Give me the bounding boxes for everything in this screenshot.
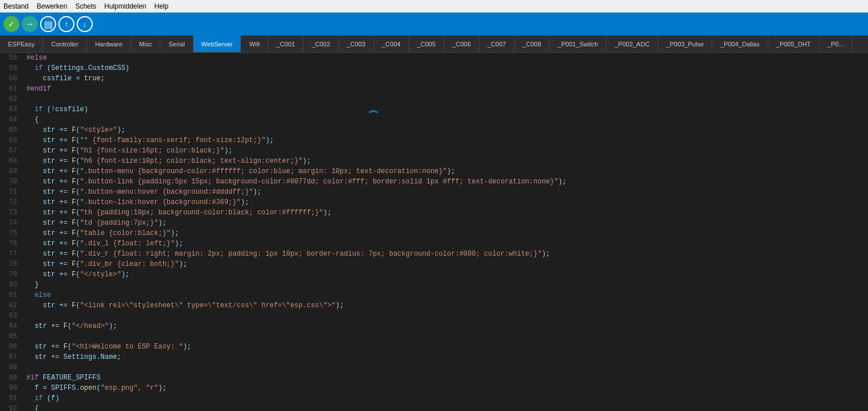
menu-bar: Bestand Bewerken Schets Hulpmiddelen Hel… xyxy=(0,0,868,13)
line-content: { xyxy=(23,115,868,125)
line-content: str += F("h6 {font-size:10pt; color:blac… xyxy=(23,156,868,166)
line-number: 66 xyxy=(0,135,23,146)
line-number: 69 xyxy=(0,166,23,177)
menu-schets[interactable]: Schets xyxy=(75,2,96,10)
code-line: 67 str += F("h1 {font-size:16pt; color:b… xyxy=(0,146,868,156)
line-number: 88 xyxy=(0,362,23,373)
tab-espeasy[interactable]: ESPEasy xyxy=(0,36,43,53)
line-content: cssfile = true; xyxy=(23,73,868,84)
line-content: str += F("th {padding:10px; background-c… xyxy=(23,208,868,218)
code-line: 75 str += F("table {color:black;}"); xyxy=(0,228,868,238)
code-line: 91 if (f) xyxy=(0,393,868,404)
line-number: 59 xyxy=(0,63,23,73)
line-content: str += F("table {color:black;}"); xyxy=(23,228,868,238)
new-button[interactable]: ▤ xyxy=(40,16,56,32)
line-content: } xyxy=(23,280,868,290)
tab--c005[interactable]: _C005 xyxy=(409,36,444,53)
line-content: else xyxy=(23,290,868,300)
line-number: 91 xyxy=(0,393,23,404)
code-line: 59 if (Settings.CustomCSS) xyxy=(0,63,868,73)
tab--c008[interactable]: _C008 xyxy=(515,36,550,53)
line-content xyxy=(23,362,868,373)
line-number: 76 xyxy=(0,238,23,249)
line-content: str += F(".button-link:hover {background… xyxy=(23,197,868,208)
line-content: str += F("* {font-family:sans-serif; fon… xyxy=(23,135,868,146)
tab-misc[interactable]: Misc xyxy=(131,36,161,53)
code-line: 63 if (!cssfile) xyxy=(0,104,868,115)
code-line: 62 xyxy=(0,94,868,104)
line-content: str += F(".div_l {float: left;}"); xyxy=(23,238,868,249)
tab-wifi[interactable]: Wifi xyxy=(241,36,268,53)
line-content: if (!cssfile) xyxy=(23,104,868,115)
tab--c004[interactable]: _C004 xyxy=(374,36,409,53)
line-number: 79 xyxy=(0,269,23,280)
line-content: str += F("h1 {font-size:16pt; color:blac… xyxy=(23,146,868,156)
menu-bewerken[interactable]: Bewerken xyxy=(37,2,67,10)
code-line: 80 } xyxy=(0,280,868,290)
tab-hardware[interactable]: Hardware xyxy=(87,36,131,53)
tab--p001-switch[interactable]: _P001_Switch xyxy=(550,36,606,53)
tab--c001[interactable]: _C001 xyxy=(269,36,303,53)
code-line: 89#if FEATURE_SPIFFS xyxy=(0,373,868,383)
line-content: #if FEATURE_SPIFFS xyxy=(23,373,868,383)
tab--p003-pulse[interactable]: _P003_Pulse xyxy=(658,36,712,53)
line-content: str += F("<link rel=\"stylesheet\" type=… xyxy=(23,300,868,311)
line-number: 75 xyxy=(0,228,23,238)
line-number: 82 xyxy=(0,300,23,311)
code-line: 73 str += F("th {padding:10px; backgroun… xyxy=(0,208,868,218)
line-number: 61 xyxy=(0,84,23,94)
code-line: 58#else xyxy=(0,53,868,63)
code-line: 83 xyxy=(0,311,868,321)
line-content: str += F(".div_br {clear: both;}"); xyxy=(23,259,868,269)
code-line: 81 else xyxy=(0,290,868,300)
loading-spinner xyxy=(366,110,380,124)
tab--c002[interactable]: _C002 xyxy=(303,36,338,53)
line-number: 84 xyxy=(0,321,23,331)
code-line: 87 str += Settings.Name; xyxy=(0,352,868,362)
tab-bar: ESPEasyControllerHardwareMiscSerialWebSe… xyxy=(0,36,868,53)
line-content: { xyxy=(23,404,868,411)
open-button[interactable]: ↑ xyxy=(58,16,74,32)
code-line: 85 xyxy=(0,331,868,342)
tab--p005-dht[interactable]: _P005_DHT xyxy=(768,36,820,53)
line-number: 83 xyxy=(0,311,23,321)
toolbar: ✓ → ▤ ↑ ↓ xyxy=(0,13,868,36)
line-content xyxy=(23,311,868,321)
tab--p002-adc[interactable]: _P002_ADC xyxy=(606,36,658,53)
code-line: 86 str += F("<h1>Welcome to ESP Easy: ")… xyxy=(0,342,868,352)
upload-button[interactable]: → xyxy=(22,16,38,32)
save-button[interactable]: ↓ xyxy=(77,16,93,32)
code-line: 60 cssfile = true; xyxy=(0,73,868,84)
code-editor[interactable]: 58#else59 if (Settings.CustomCSS)60 cssf… xyxy=(0,53,868,411)
line-content: str += Settings.Name; xyxy=(23,352,868,362)
line-content: str += F("</style>"); xyxy=(23,269,868,280)
tab-serial[interactable]: Serial xyxy=(160,36,193,53)
verify-button[interactable]: ✓ xyxy=(3,16,19,32)
menu-hulpmiddelen[interactable]: Hulpmiddelen xyxy=(104,2,146,10)
tab--c006[interactable]: _C006 xyxy=(444,36,479,53)
tab--c007[interactable]: _C007 xyxy=(479,36,514,53)
tab--p004-dallas[interactable]: _P004_Dallas xyxy=(712,36,768,53)
tab-webserver[interactable]: WebServer xyxy=(194,36,242,53)
code-line: 72 str += F(".button-link:hover {backgro… xyxy=(0,197,868,208)
tab--c003[interactable]: _C003 xyxy=(339,36,374,53)
tab--p0---[interactable]: _P0... xyxy=(819,36,853,53)
line-number: 70 xyxy=(0,177,23,187)
line-number: 58 xyxy=(0,53,23,63)
line-number: 68 xyxy=(0,156,23,166)
code-line: 71 str += F(".button-menu:hover {backgro… xyxy=(0,187,868,197)
tab-controller[interactable]: Controller xyxy=(43,36,87,53)
code-line: 61#endif xyxy=(0,84,868,94)
line-content: str += F(".button-menu:hover {background… xyxy=(23,187,868,197)
code-line: 65 str += F("<style>"); xyxy=(0,125,868,135)
line-content: str += F("<style>"); xyxy=(23,125,868,135)
line-content xyxy=(23,94,868,104)
line-content: f = SPIFFS.open("esp.png", "r"); xyxy=(23,383,868,393)
code-line: 90 f = SPIFFS.open("esp.png", "r"); xyxy=(0,383,868,393)
line-number: 86 xyxy=(0,342,23,352)
menu-bestand[interactable]: Bestand xyxy=(3,2,29,10)
menu-help[interactable]: Help xyxy=(155,2,169,10)
line-content: str += F("</head>"); xyxy=(23,321,868,331)
code-line: 82 str += F("<link rel=\"stylesheet\" ty… xyxy=(0,300,868,311)
line-number: 60 xyxy=(0,73,23,84)
